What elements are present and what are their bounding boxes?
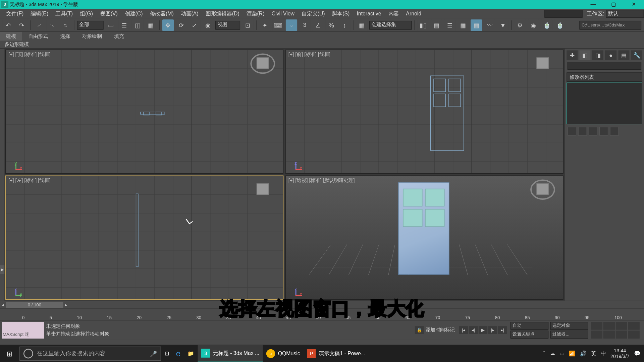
network-icon[interactable]: ▭ [559, 351, 565, 357]
viewport-left[interactable]: [+] [左] [标准] [线框] zy [5, 176, 283, 300]
menu-view[interactable]: 视图(V) [96, 9, 121, 18]
walk-button[interactable] [616, 330, 627, 339]
modifier-list-dropdown[interactable]: 修改器列表 [567, 72, 642, 82]
rotate-button[interactable]: ⟳ [176, 19, 187, 31]
goto-start-button[interactable]: |◂ [459, 326, 468, 334]
menu-render[interactable]: 渲染(R) [243, 9, 268, 18]
schematic-button[interactable]: 〰 [484, 19, 495, 31]
hierarchy-tab[interactable]: ◨ [592, 50, 603, 60]
viewcube-left[interactable] [250, 179, 275, 200]
ribbon-polymodel[interactable]: 多边形建模 [0, 41, 33, 48]
mirror-button[interactable]: ▮▯ [418, 19, 429, 31]
goto-end-button[interactable]: ▸| [498, 326, 507, 334]
zoom-button[interactable] [591, 321, 602, 329]
menu-edit[interactable]: 编辑(E) [27, 9, 52, 18]
close-button[interactable]: ✕ [624, 0, 644, 9]
fov-button[interactable] [628, 321, 640, 329]
coord-system[interactable]: 视图 [215, 20, 240, 29]
link-button[interactable]: ⟋ [33, 19, 45, 31]
search-field[interactable] [544, 10, 582, 18]
pin-stack-icon[interactable] [568, 127, 576, 135]
menu-group[interactable]: 组(G) [76, 9, 97, 18]
wifi-icon[interactable]: 📶 [569, 351, 576, 357]
create-tab[interactable]: ✚ [567, 50, 578, 60]
undo-button[interactable]: ↶ [3, 19, 14, 31]
viewport-front-label[interactable]: [+] [前] [标准] [线框] [288, 51, 330, 58]
menu-tools[interactable]: 工具(T) [52, 9, 76, 18]
keyboard-button[interactable]: ⌨ [272, 19, 284, 31]
play-button[interactable]: ▶ [479, 326, 487, 334]
unlink-button[interactable]: ⟍ [46, 19, 58, 31]
show-result-icon[interactable] [578, 127, 587, 135]
set-key-button[interactable]: 设置关键点 [511, 330, 548, 339]
minimize-button[interactable]: — [583, 0, 603, 9]
task-view-button[interactable]: ⊡ [161, 345, 172, 362]
render-production-button[interactable]: 🍵 [554, 19, 566, 31]
zoom-extents-button[interactable] [616, 321, 627, 329]
maximize-viewport-button[interactable] [628, 330, 640, 339]
menu-create[interactable]: 创建(C) [121, 9, 146, 18]
selection-filter[interactable]: 全部 [77, 20, 103, 29]
onedrive-icon[interactable]: ☁ [550, 351, 555, 357]
start-button[interactable]: ⊞ [0, 345, 19, 362]
tray-up-icon[interactable]: ˄ [543, 351, 545, 357]
menu-custom[interactable]: 自定义(U) [298, 9, 329, 18]
viewport-left-label[interactable]: [+] [左] [标准] [线框] [8, 177, 50, 184]
selected-obj-combo[interactable]: 选定对象 [550, 321, 588, 329]
configure-icon[interactable] [610, 127, 619, 135]
render-frame-button[interactable]: ◉ [528, 19, 539, 31]
menu-graph[interactable]: 图形编辑器(D) [202, 9, 243, 18]
expand-button[interactable]: ▶ [0, 265, 4, 274]
menu-civil[interactable]: Civil View [268, 9, 298, 18]
ribbon-tab-model[interactable]: 建模 [0, 32, 22, 41]
ribbon-tab-freeform[interactable]: 自由形式 [22, 32, 54, 41]
task-3dsmax[interactable]: 3 无标题 - 3ds Max ... [198, 345, 263, 362]
pivot-button[interactable]: ⊡ [242, 19, 253, 31]
make-unique-icon[interactable] [589, 127, 597, 135]
windows-search[interactable]: 在这里输入你要搜索的内容 🎤 [19, 347, 161, 361]
edge-button[interactable]: e [172, 345, 184, 362]
notifications-icon[interactable]: 💬 [634, 351, 641, 357]
viewcube-persp[interactable] [530, 179, 555, 200]
utilities-tab[interactable]: 🔧 [631, 50, 642, 60]
ime-indicator[interactable]: 英 [591, 350, 596, 357]
workspace-dropdown[interactable]: 默认 [606, 10, 644, 18]
viewcube-top[interactable] [250, 54, 275, 74]
auto-key-button[interactable]: 自动 [511, 321, 548, 329]
angle-snap-button[interactable]: ∠ [312, 19, 324, 31]
viewport-perspective[interactable]: [+] [透视] [标准] [默认明暗处理] zx [285, 176, 564, 300]
object-name-field[interactable] [568, 62, 641, 70]
prev-frame-button[interactable]: ◂| [469, 326, 478, 334]
task-qqmusic[interactable]: ♪ QQMusic [263, 345, 304, 362]
ribbon-tab-select[interactable]: 选择 [54, 32, 76, 41]
clock[interactable]: 13:44 2019/3/7 [610, 348, 629, 359]
motion-tab[interactable]: ● [605, 50, 616, 60]
redo-button[interactable]: ↷ [16, 19, 27, 31]
menu-interactive[interactable]: Interactive [353, 9, 385, 18]
spinner-snap-button[interactable]: ↕ [339, 19, 350, 31]
window-crossing-button[interactable]: ▦ [145, 19, 157, 31]
curve-editor-button[interactable]: ▦ [471, 19, 482, 31]
material-button[interactable]: ▼ [497, 19, 508, 31]
remove-mod-icon[interactable] [599, 127, 608, 135]
placement-button[interactable]: ◉ [202, 19, 214, 31]
explorer-button[interactable]: 📁 [184, 345, 198, 362]
viewport-top-label[interactable]: [+] [顶] [标准] [线框] [8, 51, 50, 58]
viewcube-front[interactable] [530, 54, 555, 74]
percent-snap-button[interactable]: % [326, 19, 337, 31]
menu-animation[interactable]: 动画(A) [177, 9, 202, 18]
task-powerpoint[interactable]: P 演示文稿1 - Powe... [304, 345, 369, 362]
select-name-button[interactable]: ☰ [118, 19, 130, 31]
maxscript-listener[interactable]: MAXScript 迷 [2, 321, 44, 338]
ribbon-tab-populate[interactable]: 填充 [108, 32, 130, 41]
menu-file[interactable]: 文件(F) [3, 9, 27, 18]
named-selection-dropdown[interactable]: 创建选择集 [369, 20, 412, 29]
menu-content[interactable]: 内容 [385, 9, 402, 18]
snap-2d-button[interactable]: ▫ [286, 19, 297, 31]
scale-button[interactable]: ⤢ [189, 19, 200, 31]
select-region-button[interactable]: ◫ [132, 19, 143, 31]
volume-icon[interactable]: 🔊 [580, 351, 587, 357]
mic-icon[interactable]: 🎤 [150, 350, 157, 357]
pan-button[interactable] [591, 330, 602, 339]
render-button[interactable]: 🍵 [541, 19, 552, 31]
